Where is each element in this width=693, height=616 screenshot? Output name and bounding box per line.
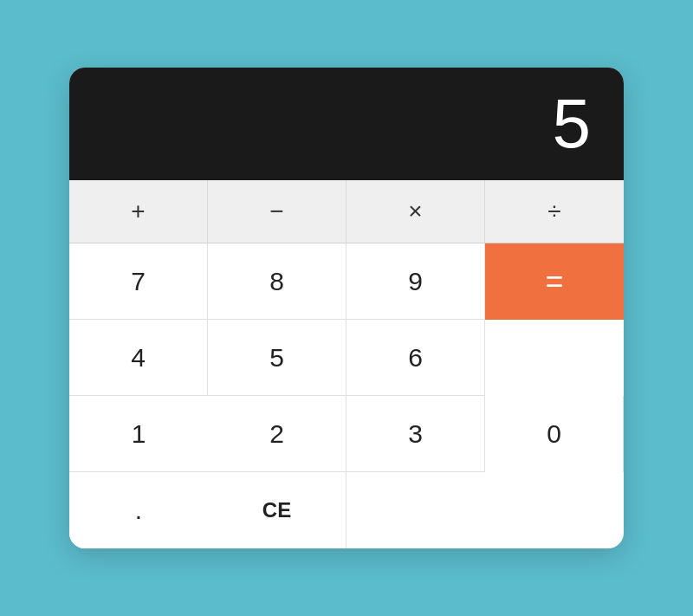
numpad: 7 8 9 = 4 5 6 1 2 3 0 [69, 243, 624, 548]
three-button[interactable]: 3 [346, 396, 485, 472]
operators-row: + − × ÷ [69, 180, 624, 243]
plus-button[interactable]: + [69, 180, 208, 243]
divide-button[interactable]: ÷ [485, 180, 624, 243]
dot-button[interactable]: . [69, 472, 208, 548]
five-button[interactable]: 5 [208, 320, 346, 396]
six-button[interactable]: 6 [346, 320, 485, 396]
ce-button[interactable]: CE [208, 472, 346, 548]
seven-button[interactable]: 7 [69, 243, 208, 320]
minus-button[interactable]: − [208, 180, 346, 243]
equals-button[interactable]: = [485, 243, 624, 320]
nine-button[interactable]: 9 [346, 243, 485, 320]
two-button[interactable]: 2 [208, 396, 346, 472]
display-value: 5 [553, 84, 593, 164]
display-panel: 5 [69, 68, 624, 180]
multiply-button[interactable]: × [346, 180, 485, 243]
one-button[interactable]: 1 [69, 396, 208, 472]
eight-button[interactable]: 8 [208, 243, 346, 320]
four-button[interactable]: 4 [69, 320, 208, 396]
calculator: 5 + − × ÷ 7 8 9 = 4 [69, 68, 624, 548]
zero-button[interactable]: 0 [485, 396, 624, 472]
